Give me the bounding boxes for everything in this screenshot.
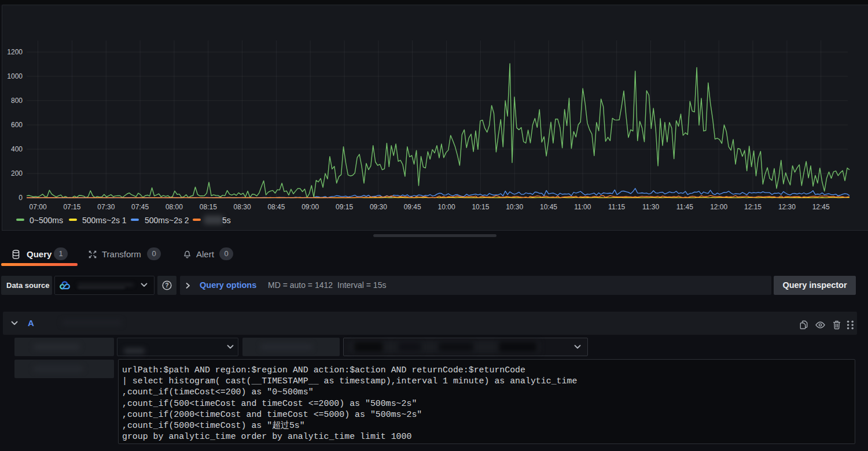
svg-text:?: ? (165, 282, 168, 289)
